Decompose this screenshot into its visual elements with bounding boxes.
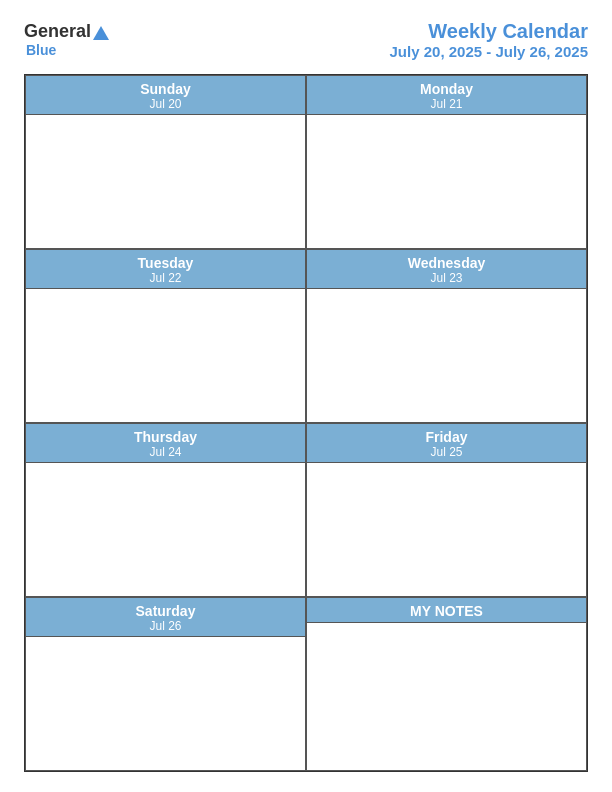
day-date-wednesday: Jul 23 [309, 271, 584, 285]
logo: General Blue [24, 22, 109, 58]
svg-marker-0 [93, 26, 109, 40]
cell-body-thursday [26, 463, 305, 596]
cell-thursday: Thursday Jul 24 [25, 423, 306, 597]
date-range: July 20, 2025 - July 26, 2025 [390, 43, 588, 60]
day-name-wednesday: Wednesday [309, 255, 584, 271]
cell-saturday: Saturday Jul 26 [25, 597, 306, 771]
page: General Blue Weekly Calendar July 20, 20… [0, 0, 612, 792]
day-name-saturday: Saturday [28, 603, 303, 619]
day-date-thursday: Jul 24 [28, 445, 303, 459]
cell-header-thursday: Thursday Jul 24 [26, 424, 305, 463]
cell-body-sunday [26, 115, 305, 248]
cell-header-tuesday: Tuesday Jul 22 [26, 250, 305, 289]
day-name-tuesday: Tuesday [28, 255, 303, 271]
cell-tuesday: Tuesday Jul 22 [25, 249, 306, 423]
cell-header-friday: Friday Jul 25 [307, 424, 586, 463]
cell-wednesday: Wednesday Jul 23 [306, 249, 587, 423]
day-name-friday: Friday [309, 429, 584, 445]
day-date-tuesday: Jul 22 [28, 271, 303, 285]
header: General Blue Weekly Calendar July 20, 20… [24, 20, 588, 60]
day-date-friday: Jul 25 [309, 445, 584, 459]
cell-header-monday: Monday Jul 21 [307, 76, 586, 115]
day-name-sunday: Sunday [28, 81, 303, 97]
cell-header-wednesday: Wednesday Jul 23 [307, 250, 586, 289]
cell-body-saturday [26, 637, 305, 770]
calendar-title: Weekly Calendar [390, 20, 588, 43]
day-name-monday: Monday [309, 81, 584, 97]
calendar-grid: Sunday Jul 20 Monday Jul 21 Tuesday Jul … [24, 74, 588, 772]
cell-monday: Monday Jul 21 [306, 75, 587, 249]
cell-friday: Friday Jul 25 [306, 423, 587, 597]
logo-triangle-icon [93, 26, 109, 40]
cell-header-notes: MY NOTES [307, 598, 586, 623]
cell-sunday: Sunday Jul 20 [25, 75, 306, 249]
cell-body-friday [307, 463, 586, 596]
cell-body-notes [307, 623, 586, 770]
day-date-saturday: Jul 26 [28, 619, 303, 633]
cell-body-wednesday [307, 289, 586, 422]
logo-blue-text: Blue [26, 42, 56, 58]
day-name-thursday: Thursday [28, 429, 303, 445]
cell-notes: MY NOTES [306, 597, 587, 771]
logo-general-text: General [24, 22, 91, 40]
day-date-sunday: Jul 20 [28, 97, 303, 111]
cell-header-sunday: Sunday Jul 20 [26, 76, 305, 115]
day-date-monday: Jul 21 [309, 97, 584, 111]
cell-body-tuesday [26, 289, 305, 422]
cell-header-saturday: Saturday Jul 26 [26, 598, 305, 637]
notes-label: MY NOTES [410, 603, 483, 619]
cell-body-monday [307, 115, 586, 248]
header-title: Weekly Calendar July 20, 2025 - July 26,… [390, 20, 588, 60]
